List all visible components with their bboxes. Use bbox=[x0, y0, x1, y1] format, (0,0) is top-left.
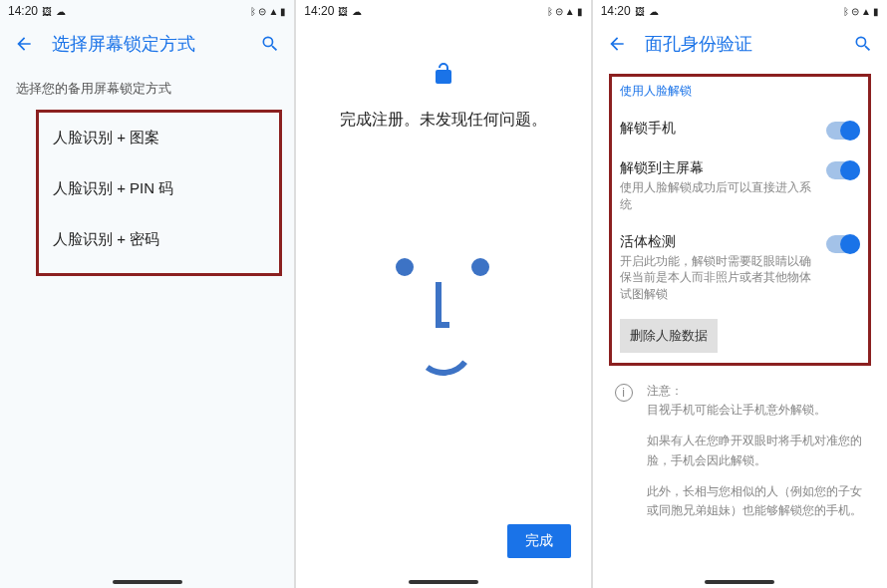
delete-face-button[interactable]: 删除人脸数据 bbox=[620, 319, 718, 353]
battery-icon: ▮ bbox=[280, 6, 286, 17]
enroll-body: 完成注册。未发现任何问题。 bbox=[296, 22, 590, 588]
battery-icon: ▮ bbox=[577, 6, 583, 17]
status-bar: 14:20 🖼 ☁ ᛒ ⊝ ▲ ▮ bbox=[593, 0, 887, 22]
status-time: 14:20 bbox=[601, 4, 631, 18]
wechat-icon: ☁ bbox=[56, 6, 66, 17]
subtitle: 选择您的备用屏幕锁定方式 bbox=[0, 66, 294, 106]
screen-enroll-complete: 14:20 🖼 ☁ ᛒ ⊝ ▲ ▮ 完成注册。未发现任何问题。 完成 bbox=[296, 0, 590, 588]
screen-face-settings: 14:20 🖼 ☁ ᛒ ⊝ ▲ ▮ 面孔身份验证 使用人脸解锁 解锁手机 bbox=[593, 0, 887, 588]
status-time: 14:20 bbox=[8, 4, 38, 18]
lock-option-password[interactable]: 人脸识别 + 密码 bbox=[39, 214, 279, 265]
wifi-icon: ▲ bbox=[268, 6, 278, 17]
page-title: 选择屏幕锁定方式 bbox=[52, 32, 242, 56]
status-bar: 14:20 🖼 ☁ ᛒ ⊝ ▲ ▮ bbox=[296, 0, 590, 22]
wifi-icon: ▲ bbox=[861, 6, 871, 17]
home-indicator[interactable] bbox=[705, 580, 774, 584]
back-button[interactable] bbox=[605, 32, 629, 56]
face-unlock-section-highlight: 使用人脸解锁 解锁手机 解锁到主屏幕 使用人脸解锁成功后可以直接进入系统 活体检… bbox=[609, 74, 871, 366]
image-icon: 🖼 bbox=[635, 6, 645, 17]
switch-unlock-phone[interactable] bbox=[826, 122, 860, 140]
image-icon: 🖼 bbox=[42, 6, 52, 17]
notice-p2: 如果有人在您睁开双眼时将手机对准您的脸，手机会因此解锁。 bbox=[647, 432, 865, 469]
dnd-icon: ⊝ bbox=[555, 6, 563, 17]
status-bar: 14:20 🖼 ☁ ᛒ ⊝ ▲ ▮ bbox=[0, 0, 294, 22]
battery-icon: ▮ bbox=[873, 6, 879, 17]
status-time: 14:20 bbox=[304, 4, 334, 18]
top-bar: 面孔身份验证 bbox=[593, 22, 887, 66]
settings-body: 使用人脸解锁 解锁手机 解锁到主屏幕 使用人脸解锁成功后可以直接进入系统 活体检… bbox=[593, 66, 887, 588]
search-icon[interactable] bbox=[258, 32, 282, 56]
search-icon[interactable] bbox=[851, 32, 875, 56]
screen-lock-options: 14:20 🖼 ☁ ᛒ ⊝ ▲ ▮ 选择屏幕锁定方式 选择您的备用屏幕锁定方式 … bbox=[0, 0, 294, 588]
done-button[interactable]: 完成 bbox=[507, 524, 571, 558]
lock-option-pin[interactable]: 人脸识别 + PIN 码 bbox=[39, 163, 279, 214]
page-title: 面孔身份验证 bbox=[645, 32, 835, 56]
face-illustration bbox=[344, 230, 543, 430]
wechat-icon: ☁ bbox=[649, 6, 659, 17]
switch-liveness[interactable] bbox=[826, 235, 860, 253]
home-indicator[interactable] bbox=[113, 580, 182, 584]
wechat-icon: ☁ bbox=[352, 6, 362, 17]
notice-p1: 目视手机可能会让手机意外解锁。 bbox=[647, 403, 826, 417]
setting-subtitle: 使用人脸解锁成功后可以直接进入系统 bbox=[620, 179, 814, 213]
info-icon: i bbox=[615, 384, 633, 402]
bluetooth-icon: ᛒ bbox=[547, 6, 553, 17]
lock-options-highlight: 人脸识别 + 图案 人脸识别 + PIN 码 人脸识别 + 密码 bbox=[36, 110, 282, 276]
setting-unlock-phone[interactable]: 解锁手机 bbox=[620, 110, 860, 149]
setting-title: 解锁手机 bbox=[620, 120, 814, 138]
dnd-icon: ⊝ bbox=[851, 6, 859, 17]
setting-title: 活体检测 bbox=[620, 233, 814, 251]
bluetooth-icon: ᛒ bbox=[843, 6, 849, 17]
setting-unlock-home[interactable]: 解锁到主屏幕 使用人脸解锁成功后可以直接进入系统 bbox=[620, 149, 860, 223]
switch-unlock-home[interactable] bbox=[826, 161, 860, 179]
unlock-icon bbox=[432, 62, 455, 90]
notice-text: 注意：目视手机可能会让手机意外解锁。 如果有人在您睁开双眼时将手机对准您的脸，手… bbox=[647, 382, 865, 532]
top-bar: 选择屏幕锁定方式 bbox=[0, 22, 294, 66]
notice-heading: 注意： bbox=[647, 384, 683, 398]
setting-liveness[interactable]: 活体检测 开启此功能，解锁时需要眨眼睛以确保当前是本人而非照片或者其他物体试图解… bbox=[620, 223, 860, 313]
section-header: 使用人脸解锁 bbox=[620, 83, 860, 100]
face-eye-left bbox=[396, 258, 414, 276]
enroll-message: 完成注册。未发现任何问题。 bbox=[340, 110, 547, 131]
setting-title: 解锁到主屏幕 bbox=[620, 159, 814, 177]
wifi-icon: ▲ bbox=[565, 6, 575, 17]
back-button[interactable] bbox=[12, 32, 36, 56]
face-eye-right bbox=[471, 258, 489, 276]
dnd-icon: ⊝ bbox=[258, 6, 266, 17]
setting-subtitle: 开启此功能，解锁时需要眨眼睛以确保当前是本人而非照片或者其他物体试图解锁 bbox=[620, 253, 814, 303]
image-icon: 🖼 bbox=[338, 6, 348, 17]
bluetooth-icon: ᛒ bbox=[250, 6, 256, 17]
notice-section: i 注意：目视手机可能会让手机意外解锁。 如果有人在您睁开双眼时将手机对准您的脸… bbox=[609, 382, 871, 532]
home-indicator[interactable] bbox=[409, 580, 478, 584]
notice-p3: 此外，长相与您相似的人（例如您的子女或同胞兄弟姐妹）也能够解锁您的手机。 bbox=[647, 482, 865, 520]
lock-option-pattern[interactable]: 人脸识别 + 图案 bbox=[39, 113, 279, 163]
face-smile bbox=[410, 312, 477, 380]
